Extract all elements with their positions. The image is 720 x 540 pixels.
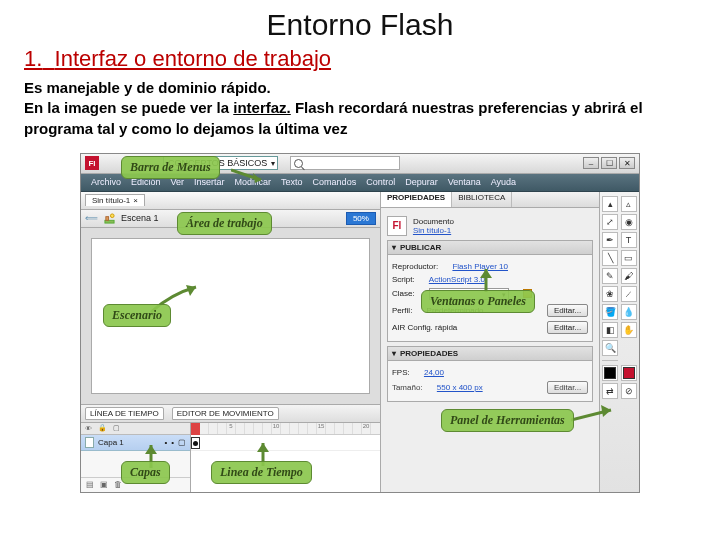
stage-work-area [81, 228, 380, 404]
lasso-tool-icon[interactable]: ◉ [621, 214, 637, 230]
tab-linea-de-tiempo[interactable]: LÍNEA DE TIEMPO [85, 407, 164, 420]
hand-tool-icon[interactable]: ✋ [621, 322, 637, 338]
stroke-color-swatch[interactable] [602, 365, 618, 381]
menu-archivo[interactable]: Archivo [91, 177, 121, 187]
pen-tool-icon[interactable]: ✒ [602, 232, 618, 248]
stage[interactable] [91, 238, 370, 394]
edit-class-icon[interactable] [523, 289, 532, 298]
doc-name-link[interactable]: Sin título-1 [413, 226, 454, 235]
free-transform-tool-icon[interactable]: ⤢ [602, 214, 618, 230]
fps-value[interactable]: 24,00 [424, 368, 444, 377]
menu-depurar[interactable]: Depurar [405, 177, 438, 187]
layer-tools: ▤ ▣ 🗑 [81, 477, 190, 491]
zoom-level[interactable]: 50% [346, 212, 376, 225]
document-tab[interactable]: Sin título-1× [85, 194, 145, 206]
playhead-icon[interactable] [191, 423, 200, 435]
fill-color-swatch[interactable] [621, 365, 637, 381]
document-tabs: Sin título-1× [81, 192, 380, 210]
slide-title: Entorno Flash [24, 8, 696, 42]
menu-control[interactable]: Control [366, 177, 395, 187]
keyframe-icon[interactable] [191, 437, 200, 449]
new-folder-icon[interactable]: ▣ [99, 479, 109, 489]
deco-tool-icon[interactable]: ❀ [602, 286, 618, 302]
selection-tool-icon[interactable]: ▴ [602, 196, 618, 212]
minimize-button[interactable]: – [583, 157, 599, 169]
eraser-tool-icon[interactable]: ◧ [602, 322, 618, 338]
workspace-dropdown[interactable]: CONCEPTOS BÁSICOS [163, 156, 278, 170]
layer-list: 👁🔒▢ Capa 1 ••▢ ▤ ▣ 🗑 [81, 423, 191, 492]
properties-panel: PROPIEDADES BIBLIOTECA Fl Documento Sin … [380, 192, 599, 492]
player-link[interactable]: Flash Player 10 [452, 262, 508, 271]
rectangle-tool-icon[interactable]: ▭ [621, 250, 637, 266]
menu-comandos[interactable]: Comandos [313, 177, 357, 187]
no-color-icon[interactable]: ⊘ [621, 383, 637, 399]
menu-texto[interactable]: Texto [281, 177, 303, 187]
delete-layer-icon[interactable]: 🗑 [113, 479, 123, 489]
menu-bar: Archivo Edición Ver Insertar Modificar T… [81, 174, 639, 192]
pencil-tool-icon[interactable]: ✎ [602, 268, 618, 284]
search-box[interactable] [290, 156, 400, 170]
text-tool-icon[interactable]: T [621, 232, 637, 248]
twisty-icon: ▾ [392, 349, 396, 358]
tab-editor-movimiento[interactable]: EDITOR DE MOVIMIENTO [172, 407, 279, 420]
twisty-icon: ▾ [392, 243, 396, 252]
svg-point-2 [110, 214, 114, 218]
tab-propiedades[interactable]: PROPIEDADES [381, 192, 452, 207]
timeline-panel: 👁🔒▢ Capa 1 ••▢ ▤ ▣ 🗑 [81, 422, 380, 492]
paint-bucket-tool-icon[interactable]: 🪣 [602, 304, 618, 320]
size-edit-button[interactable]: Editar... [547, 381, 588, 394]
zoom-tool-icon[interactable]: 🔍 [602, 340, 618, 356]
document-icon: Fl [387, 216, 407, 236]
title-bar: Fl CONCEPTOS BÁSICOS – ☐ ✕ [81, 154, 639, 174]
air-edit-button[interactable]: Editar... [547, 321, 588, 334]
frames-area[interactable]: 15101520 [191, 423, 380, 492]
class-combo[interactable] [429, 288, 509, 300]
menu-ver[interactable]: Ver [171, 177, 185, 187]
tab-biblioteca[interactable]: BIBLIOTECA [452, 192, 512, 207]
body-paragraph-2: En la imagen se puede ver la interfaz. F… [24, 98, 696, 139]
menu-insertar[interactable]: Insertar [194, 177, 225, 187]
back-arrow-icon[interactable]: ⟸ [85, 213, 98, 223]
timeline-panel-tabs: LÍNEA DE TIEMPO EDITOR DE MOVIMIENTO [81, 404, 380, 422]
new-layer-icon[interactable]: ▤ [85, 479, 95, 489]
line-tool-icon[interactable]: ╲ [602, 250, 618, 266]
flash-logo-icon: Fl [85, 156, 99, 170]
section-publicar[interactable]: ▾PUBLICAR [387, 240, 593, 255]
stage-size-link[interactable]: 550 x 400 px [437, 383, 483, 392]
profile-edit-button[interactable]: Editar... [547, 304, 588, 317]
scene-bar: ⟸ Escena 1 50% [81, 210, 380, 228]
flash-screenshot: Fl CONCEPTOS BÁSICOS – ☐ ✕ Archivo Edici… [80, 153, 640, 493]
subselection-tool-icon[interactable]: ▵ [621, 196, 637, 212]
section-propiedades[interactable]: ▾PROPIEDADES [387, 346, 593, 361]
close-button[interactable]: ✕ [619, 157, 635, 169]
scene-icon [104, 213, 115, 224]
menu-edicion[interactable]: Edición [131, 177, 161, 187]
maximize-button[interactable]: ☐ [601, 157, 617, 169]
layer-icon [85, 437, 94, 448]
search-icon [294, 159, 303, 168]
svg-rect-1 [106, 216, 109, 220]
menu-ventana[interactable]: Ventana [448, 177, 481, 187]
doc-type-label: Documento [413, 217, 454, 226]
body-paragraph-1: Es manejable y de dominio rápido. [24, 78, 696, 98]
close-tab-icon[interactable]: × [133, 196, 138, 205]
brush-tool-icon[interactable]: 🖌 [621, 268, 637, 284]
menu-ayuda[interactable]: Ayuda [491, 177, 516, 187]
section-heading: 1. Interfaz o entorno de trabajo [24, 46, 696, 72]
document-area: Sin título-1× ⟸ Escena 1 50% LÍNEA DE TI… [81, 192, 380, 492]
bone-tool-icon[interactable]: ⟋ [621, 286, 637, 302]
menu-modificar[interactable]: Modificar [235, 177, 272, 187]
tools-panel: ▴ ▵ ⤢ ◉ ✒ T ╲ ▭ ✎ 🖌 ❀ ⟋ 🪣 💧 ◧ ✋ 🔍 [599, 192, 639, 492]
eyedropper-tool-icon[interactable]: 💧 [621, 304, 637, 320]
swap-colors-icon[interactable]: ⇄ [602, 383, 618, 399]
layer-row[interactable]: Capa 1 ••▢ [81, 435, 190, 451]
script-link[interactable]: ActionScript 3.0 [429, 275, 485, 284]
scene-label[interactable]: Escena 1 [121, 213, 159, 223]
